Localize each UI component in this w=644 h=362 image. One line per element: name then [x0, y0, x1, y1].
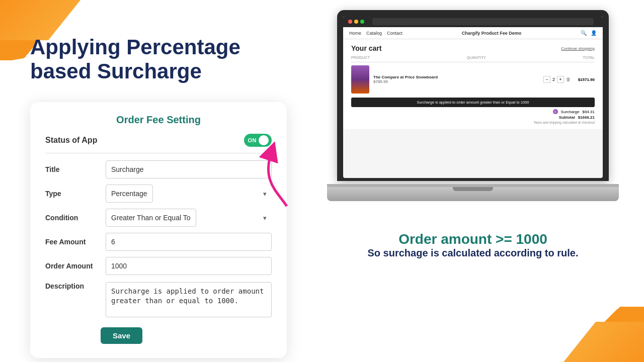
search-icon[interactable]: 🔍 [581, 30, 587, 36]
condition-row: Condition Greater Than or Equal To [45, 209, 272, 227]
fee-amount-row: Fee Amount [45, 233, 272, 251]
nav-catalog[interactable]: Catalog [366, 31, 382, 36]
header-product: PRODUCT [351, 55, 370, 60]
title-line2: based Surcharge [30, 59, 202, 83]
condition-field-label: Condition [45, 214, 101, 222]
surcharge-tooltip: Surcharge is applied to order amount gre… [351, 98, 595, 107]
surcharge-row: S Surcharge $94.31 [351, 109, 595, 114]
laptop-screen-outer: Home Catalog Contact Chargify Product Fe… [337, 10, 609, 181]
title-line1: Applying Percentage [30, 35, 240, 59]
store-nav-bar: Home Catalog Contact Chargify Product Fe… [343, 27, 603, 39]
laptop-mockup: Home Catalog Contact Chargify Product Fe… [327, 10, 619, 211]
store-nav-icons: 🔍 👤 [581, 30, 597, 36]
cart-title-row: Your cart Continue shopping [351, 44, 595, 52]
fee-amount-label: Fee Amount [45, 238, 101, 246]
fee-card-title: Order Fee Setting [45, 114, 272, 126]
subtotal-label: Subtotal [559, 115, 575, 120]
surcharge-badge: S [553, 109, 558, 114]
order-amount-row: Order Amount [45, 257, 272, 275]
right-panel: Home Catalog Contact Chargify Product Fe… [302, 0, 644, 362]
condition-select[interactable]: Greater Than or Equal To [106, 209, 196, 227]
subtotal-amount: $1666.21 [578, 115, 595, 120]
tax-note: Taxes and shipping calculated at checkou… [351, 121, 595, 124]
surcharge-amount: $94.31 [583, 110, 595, 114]
bottom-text-line2: So surchage is calculated according to r… [367, 247, 578, 259]
description-label: Description [45, 282, 101, 290]
qty-controls: − 2 + 🗑 [543, 76, 571, 83]
curved-arrow-icon [247, 141, 307, 211]
product-image [351, 65, 369, 94]
laptop-screen-inner: Home Catalog Contact Chargify Product Fe… [343, 16, 603, 178]
status-row: Status of App ON [45, 134, 272, 153]
order-amount-input[interactable] [106, 257, 272, 275]
cart-content: Your cart Continue shopping PRODUCT QUAN… [343, 39, 603, 129]
store-title: Chargify Product Fee Demo [462, 31, 522, 36]
product-total: $1571.90 [575, 77, 595, 82]
fee-amount-input[interactable] [106, 233, 272, 251]
order-amount-label: Order Amount [45, 262, 101, 270]
bottom-text-line1: Order amount >= 1000 [367, 231, 578, 247]
description-textarea[interactable]: Surcharge is applied to order amount gre… [106, 282, 272, 317]
status-label: Status of App [45, 136, 97, 145]
subtotal-row: Subtotal $1666.21 [351, 115, 595, 120]
qty-plus-btn[interactable]: + [557, 76, 564, 83]
continue-shopping-link[interactable]: Continue shopping [561, 46, 595, 51]
bottom-text: Order amount >= 1000 So surchage is calc… [367, 231, 578, 259]
main-title: Applying Percentage based Surcharge [30, 35, 282, 84]
product-info: The Compare at Price Snowboard $785.95 [373, 75, 539, 84]
save-button[interactable]: Save [101, 327, 142, 344]
title-field-label: Title [45, 165, 101, 173]
qty-minus-btn[interactable]: − [543, 76, 550, 83]
header-quantity: QUANTITY [467, 55, 486, 60]
nav-contact[interactable]: Contact [387, 31, 403, 36]
product-name: The Compare at Price Snowboard [373, 75, 539, 79]
type-select[interactable]: Percentage [106, 185, 153, 203]
delete-icon[interactable]: 🗑 [566, 77, 571, 82]
product-price: $785.95 [373, 79, 539, 84]
store-nav-links: Home Catalog Contact [349, 31, 403, 36]
title-row: Title [45, 160, 272, 178]
account-icon[interactable]: 👤 [591, 30, 597, 36]
qty-value: 2 [552, 77, 555, 82]
nav-home[interactable]: Home [349, 31, 361, 36]
type-row: Type Percentage [45, 185, 272, 203]
browser-nav [343, 16, 603, 27]
cart-title: Your cart [351, 44, 381, 52]
description-row: Description Surcharge is applied to orde… [45, 281, 272, 317]
type-field-label: Type [45, 190, 101, 198]
surcharge-label: Surcharge [561, 110, 580, 114]
cart-table-header: PRODUCT QUANTITY TOTAL [351, 55, 595, 62]
laptop-base [327, 187, 619, 201]
header-total: TOTAL [583, 55, 595, 60]
fee-card: Order Fee Setting Status of App ON Title… [30, 102, 287, 358]
cart-product-row: The Compare at Price Snowboard $785.95 −… [351, 65, 595, 94]
